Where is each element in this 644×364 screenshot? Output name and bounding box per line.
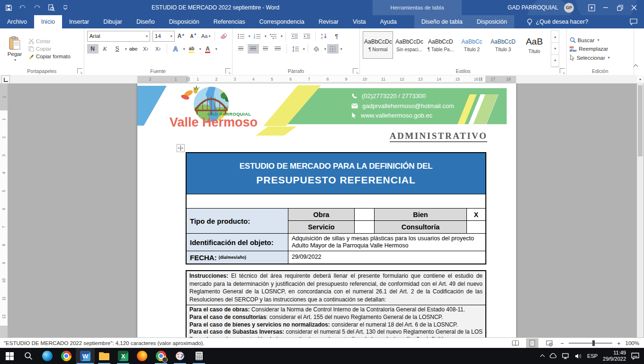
vertical-scrollbar[interactable]: ▲ xyxy=(637,75,644,337)
table-move-handle[interactable] xyxy=(177,144,185,152)
change-case-button[interactable]: Aa▾ xyxy=(200,31,212,41)
undo-icon[interactable] xyxy=(19,4,27,11)
zoom-out-icon[interactable]: − xyxy=(560,340,564,347)
format-painter-button[interactable]: Copiar formato xyxy=(28,54,71,59)
bullets-button[interactable] xyxy=(235,31,247,41)
strikethrough-button[interactable]: abe xyxy=(128,44,139,54)
select-button[interactable]: Seleccionar▾ xyxy=(570,55,631,61)
v-ruler-bar[interactable]: 1 123456789101112 xyxy=(0,83,8,337)
close-button[interactable] xyxy=(627,0,641,15)
redo-icon[interactable] xyxy=(33,4,41,11)
taskbar-explorer-icon[interactable] xyxy=(95,348,114,364)
instructions-table[interactable]: Instrucciones: El técnico del área requi… xyxy=(186,270,486,337)
print-layout-icon[interactable] xyxy=(526,338,538,348)
servicio-check-cell[interactable] xyxy=(354,221,374,233)
bold-button[interactable]: N xyxy=(87,44,98,54)
tab-selector[interactable] xyxy=(1,75,10,84)
shading-button[interactable] xyxy=(311,44,322,54)
font-color-button[interactable]: A xyxy=(202,44,214,54)
style-titulo[interactable]: AaBTítulo xyxy=(519,31,549,59)
clipboard-dialog-launcher[interactable] xyxy=(77,68,82,73)
justify-button[interactable] xyxy=(272,44,284,54)
feedback-icon[interactable] xyxy=(630,15,637,28)
tab-disposicion[interactable]: Disposición xyxy=(162,15,206,28)
style-sin-espaciado[interactable]: AaBbCcDcSin espaci... xyxy=(394,31,424,59)
decrease-indent-button[interactable] xyxy=(289,31,300,41)
h-ruler-bar[interactable]: 21 12345678910111213141516 1718 xyxy=(137,76,516,82)
paste-button[interactable]: Pegar▾ xyxy=(3,30,27,67)
shrink-font-button[interactable]: A▼ xyxy=(188,31,199,41)
read-mode-icon[interactable] xyxy=(509,338,521,348)
replace-button[interactable]: ab⇄acReemplazar xyxy=(570,46,631,52)
tray-volume-icon[interactable] xyxy=(575,353,582,359)
web-layout-icon[interactable] xyxy=(543,338,555,348)
document-page[interactable]: (02)2773220 / 2773300 gadprvallehermoso@… xyxy=(137,83,516,337)
action-center-icon[interactable] xyxy=(631,353,639,360)
zoom-slider[interactable] xyxy=(569,343,612,344)
styles-gallery-scroll[interactable]: ▲▼▼ xyxy=(551,30,559,67)
tray-network-icon[interactable] xyxy=(562,353,570,359)
obra-check-cell[interactable] xyxy=(354,209,374,221)
taskbar-chrome-icon[interactable] xyxy=(57,348,76,364)
customize-qat-icon[interactable] xyxy=(62,4,69,11)
tab-diseno-de-tabla[interactable]: Diseño de tabla xyxy=(414,15,470,28)
tab-archivo[interactable]: Archivo xyxy=(0,15,34,28)
tell-me-box[interactable]: ¿Qué desea hacer? xyxy=(527,15,589,28)
sort-button[interactable]: AZ xyxy=(319,31,330,41)
multilevel-list-button[interactable] xyxy=(268,31,279,41)
objeto-value[interactable]: Adquisición de sillas y mesas plásticas … xyxy=(288,234,485,251)
taskbar-chrome-profile-icon[interactable] xyxy=(152,348,170,364)
scrollbar-thumb[interactable] xyxy=(638,85,643,156)
tray-chevron-icon[interactable] xyxy=(541,354,544,358)
font-family-combo[interactable]: Arial▾ xyxy=(87,31,150,42)
restore-button[interactable] xyxy=(613,0,627,15)
copy-button[interactable]: Copiar xyxy=(28,46,71,52)
save-icon[interactable] xyxy=(5,4,12,11)
styles-dialog-launcher[interactable] xyxy=(560,68,565,73)
italic-button[interactable]: K xyxy=(99,44,111,54)
zoom-level[interactable]: 100% xyxy=(626,340,639,346)
taskbar-paint-icon[interactable] xyxy=(170,348,189,364)
print-preview-icon[interactable] xyxy=(47,4,55,11)
numbering-button[interactable]: 123 xyxy=(251,31,263,41)
style-normal[interactable]: AaBbCcDc¶ Normal xyxy=(363,31,393,59)
clear-formatting-button[interactable] xyxy=(218,31,229,41)
tab-inicio[interactable]: Inicio xyxy=(34,15,62,28)
style-table-paragraph[interactable]: AaBbCcD¶ Table Pa... xyxy=(425,31,456,59)
style-titulo-2[interactable]: AaBbCcTítulo 2 xyxy=(456,31,487,59)
fecha-value[interactable]: 29/09/2022 xyxy=(288,251,485,264)
cut-button[interactable]: Cortar xyxy=(28,38,71,44)
form-table[interactable]: ESTUDIO DE MERCADO PARA LA DEFINICIÓN DE… xyxy=(186,152,486,264)
align-center-button[interactable] xyxy=(248,44,259,54)
start-button[interactable] xyxy=(0,348,19,364)
tab-ayuda[interactable]: Ayuda xyxy=(373,15,404,28)
taskbar-calculator-icon[interactable] xyxy=(189,348,208,364)
tab-referencias[interactable]: Referencias xyxy=(206,15,252,28)
paragraph-dialog-launcher[interactable] xyxy=(353,68,358,73)
taskbar-clock[interactable]: 11:4929/9/2022 xyxy=(603,350,626,362)
taskbar-excel-icon[interactable]: X xyxy=(114,348,133,364)
text-effects-button[interactable]: A xyxy=(170,44,181,54)
increase-indent-button[interactable] xyxy=(301,31,313,41)
tab-correspondencia[interactable]: Correspondencia xyxy=(252,15,311,28)
taskbar-word-icon[interactable]: W xyxy=(76,348,95,364)
bien-check-cell[interactable]: X xyxy=(466,209,485,221)
font-dialog-launcher[interactable] xyxy=(225,68,231,73)
consultoria-check-cell[interactable] xyxy=(466,221,485,233)
grow-font-button[interactable]: A▲ xyxy=(176,31,187,41)
account-name[interactable]: GAD PARROQUIAL xyxy=(508,4,558,11)
collapse-ribbon-icon[interactable] xyxy=(634,62,637,70)
find-button[interactable]: Buscar▾ xyxy=(570,37,631,43)
tab-revisar[interactable]: Revisar xyxy=(312,15,346,28)
table-column-marker[interactable] xyxy=(187,77,190,81)
taskbar-firefox-icon[interactable] xyxy=(133,348,152,364)
zoom-slider-thumb[interactable] xyxy=(592,340,595,346)
tab-disposicion-tabla[interactable]: Disposición xyxy=(470,15,514,28)
table-column-marker[interactable] xyxy=(479,77,483,81)
style-titulo-3[interactable]: AaBbCcDTítulo 3 xyxy=(488,31,518,59)
align-right-button[interactable] xyxy=(260,44,271,54)
tab-dibujar[interactable]: Dibujar xyxy=(96,15,129,28)
borders-button[interactable] xyxy=(327,44,339,54)
tab-insertar[interactable]: Insertar xyxy=(62,15,96,28)
highlight-button[interactable]: ab xyxy=(186,44,197,54)
